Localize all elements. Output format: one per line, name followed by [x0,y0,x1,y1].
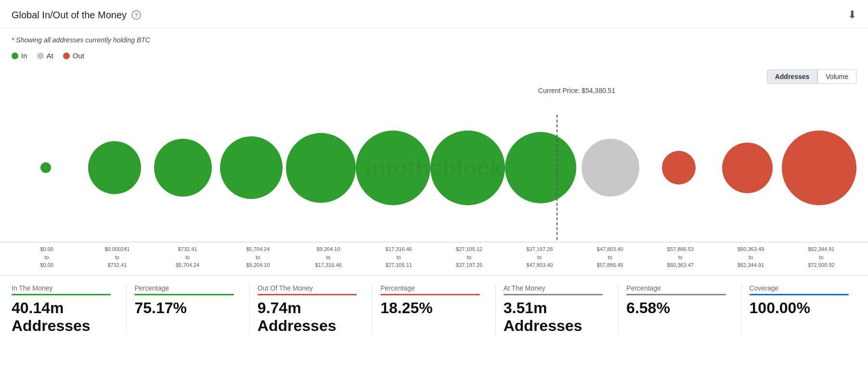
toggle-btn-addresses[interactable]: Addresses [767,69,818,84]
stat-value-6: 100.00% [750,299,849,317]
legend: InAtOut [0,48,868,66]
x-label-0: $0.00to$0.00 [12,245,82,269]
legend-label: In [21,52,27,60]
bubble-col-5 [356,105,430,230]
legend-item-at: At [37,52,53,60]
x-label-7: $37,197.26to$47,803.40 [505,245,575,269]
bubble-col-6 [430,105,505,230]
stat-label-3: Percentage [380,284,479,292]
stat-underline-2 [258,294,357,295]
stat-label-5: Percentage [626,284,725,292]
stat-underline-4 [504,294,603,295]
x-label-1: $0.000241to$732.41 [82,245,152,269]
bubble-2 [154,139,212,197]
x-axis: $0.00to$0.00$0.000241to$732.41$732.41to$… [0,242,868,269]
x-label-10: $60,363.49to$62,344.91 [716,245,786,269]
bubble-4 [286,133,356,203]
bubble-3 [220,136,283,199]
stat-divider-3 [495,284,496,335]
stat-value-3: 18.25% [380,299,479,317]
bubble-col-0 [12,105,80,230]
bubble-8 [582,139,639,197]
bubble-10 [722,143,773,193]
legend-label: At [47,52,53,60]
stat-label-4: At The Money [504,284,603,292]
stats-section: In The Money40.14m AddressesPercentage75… [0,275,868,343]
stat-label-0: In The Money [12,284,111,292]
stat-block-3: Percentage18.25% [380,284,487,335]
stat-value-0: 40.14m Addresses [12,299,111,335]
header: Global In/Out of the Money ? ⬇ [0,0,868,28]
x-label-3: $5,704.24to$9,204.10 [223,245,293,269]
bubble-5 [356,131,430,205]
legend-dot [37,53,44,59]
stat-label-1: Percentage [134,284,233,292]
stat-underline-3 [380,294,479,295]
help-icon[interactable]: ? [131,10,141,20]
controls: AddressesVolume [0,66,868,86]
stat-block-4: At The Money3.51m Addresses [504,284,610,335]
x-label-9: $57,886.53to$60,363.47 [645,245,715,269]
stat-divider-2 [372,284,373,335]
bubble-11 [782,131,856,205]
x-label-8: $47,803.40to$57,886.45 [575,245,645,269]
stat-label-6: Coverage [750,284,849,292]
x-label-2: $732.41to$5,704.24 [153,245,223,269]
stat-value-1: 75.17% [134,299,233,317]
x-label-5: $17,316.46to$27,105.11 [363,245,434,269]
stat-divider-4 [618,284,619,335]
stat-block-0: In The Money40.14m Addresses [12,284,118,335]
download-icon[interactable]: ⬇ [848,9,856,21]
stat-block-5: Percentage6.58% [626,284,733,335]
bubble-col-7 [505,105,576,230]
stat-value-5: 6.58% [626,299,725,317]
stat-label-2: Out Of The Money [258,284,357,292]
x-label-4: $9,204.10to$17,316.46 [293,245,363,269]
stat-divider-5 [741,284,742,335]
stat-underline-1 [134,294,233,295]
bubble-1 [88,141,141,194]
legend-dot [63,53,70,59]
stat-underline-5 [626,294,725,295]
legend-dot [12,53,18,59]
bubble-col-9 [645,105,713,230]
bubble-0 [40,162,51,173]
bubble-7 [505,132,576,203]
stat-divider-0 [126,284,127,335]
bubble-9 [662,151,696,185]
x-label-6: $27,105.12to$37,197.25 [434,245,505,269]
stat-block-2: Out Of The Money9.74m Addresses [258,284,364,335]
stat-value-2: 9.74m Addresses [258,299,357,335]
stat-block-1: Percentage75.17% [134,284,241,335]
bubble-col-4 [286,105,356,230]
legend-item-out: Out [63,52,84,60]
bubble-col-8 [576,105,645,230]
bubble-6 [430,131,505,205]
current-price-label: Current Price: $54,380.51 [538,87,615,94]
bubble-col-1 [80,105,148,230]
stat-underline-6 [750,294,849,295]
bubble-col-3 [217,105,285,230]
bubbles-row: intotheblock [12,105,856,230]
x-label-11: $62,344.91to$72,500.92 [786,245,856,269]
toggle-btn-volume[interactable]: Volume [817,69,856,84]
price-dashed-line [557,115,557,240]
stat-divider-1 [249,284,250,335]
subtitle: * Showing all addresses currently holdin… [0,28,868,48]
chart-area: Current Price: $54,380.51 intotheblock [0,86,868,240]
stat-value-4: 3.51m Addresses [504,299,603,335]
bubble-col-2 [149,105,217,230]
legend-item-in: In [12,52,27,60]
bubble-col-10 [713,105,782,230]
stat-underline-0 [12,294,111,295]
stat-block-6: Coverage100.00% [750,284,856,335]
legend-label: Out [73,52,84,60]
bubble-col-11 [782,105,856,230]
page-title: Global In/Out of the Money [12,10,127,21]
